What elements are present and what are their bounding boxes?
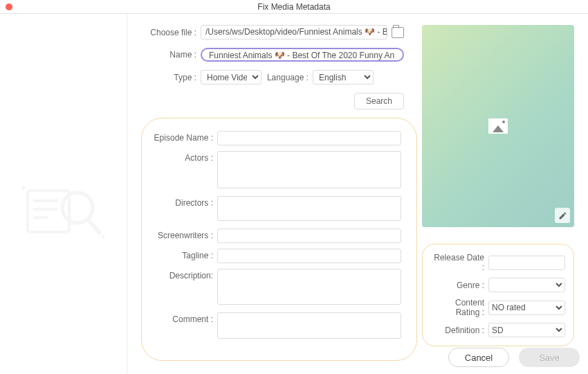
tagline-input[interactable]	[217, 249, 401, 263]
meta-panel: Release Date : Genre : Content Rating :N…	[422, 244, 574, 346]
genre-label: Genre :	[431, 280, 488, 290]
image-placeholder-icon	[488, 118, 508, 134]
window-title: Fix Media Metadata	[0, 2, 588, 12]
definition-select[interactable]: SD	[488, 323, 565, 337]
language-select[interactable]: English	[313, 70, 374, 84]
svg-text:✦: ✦	[100, 232, 107, 242]
definition-label: Definition :	[431, 326, 488, 335]
edit-poster-button[interactable]	[555, 208, 570, 223]
details-panel: Episode Name : Actors : Directors : Scre…	[141, 118, 417, 361]
poster-preview	[422, 25, 574, 227]
language-label: Language :	[261, 73, 313, 82]
choose-file-label: Choose file :	[141, 28, 201, 37]
name-input[interactable]: Funniest Animals 🐶 - Best Of The 2020 Fu…	[201, 48, 404, 62]
folder-icon[interactable]	[392, 27, 404, 38]
svg-line-5	[88, 220, 100, 233]
tagline-label: Tagline :	[151, 249, 217, 260]
episode-name-input[interactable]	[217, 131, 401, 145]
release-date-label: Release Date :	[431, 253, 488, 272]
directors-label: Directors :	[151, 196, 217, 208]
close-window-button[interactable]	[6, 3, 12, 10]
edit-icon	[558, 211, 567, 220]
footer: Cancel Save	[448, 348, 580, 367]
description-label: Description:	[151, 269, 217, 280]
svg-text:✦: ✦	[19, 182, 28, 193]
content-rating-select[interactable]: NO rated	[488, 301, 565, 315]
name-row: Name : Funniest Animals 🐶 - Best Of The …	[141, 48, 404, 62]
type-language-row: Type : Home Vide… Language : English	[141, 70, 404, 84]
actors-label: Actors :	[151, 151, 217, 163]
type-label: Type :	[141, 73, 201, 82]
main-panel: Choose file : /Users/ws/Desktop/video/Fu…	[127, 14, 588, 374]
content: ✦ ✦ Choose file : /Users/ws/Desktop/vide…	[0, 14, 588, 374]
comment-label: Comment :	[151, 312, 217, 324]
release-date-input[interactable]	[488, 256, 565, 270]
right-column: Release Date : Genre : Content Rating :N…	[422, 25, 574, 346]
description-input[interactable]	[217, 269, 401, 305]
choose-file-row: Choose file : /Users/ws/Desktop/video/Fu…	[141, 25, 404, 39]
comment-input[interactable]	[217, 312, 401, 339]
screenwriters-label: Screenwriters :	[151, 229, 217, 240]
save-button: Save	[519, 348, 580, 367]
type-select[interactable]: Home Vide…	[201, 70, 261, 84]
titlebar: Fix Media Metadata	[0, 0, 588, 14]
sidebar-illustration: ✦ ✦	[14, 173, 111, 249]
cancel-button[interactable]: Cancel	[448, 348, 509, 367]
actors-input[interactable]	[217, 151, 401, 188]
directors-input[interactable]	[217, 196, 401, 221]
sidebar: ✦ ✦	[0, 14, 127, 374]
search-button[interactable]: Search	[354, 93, 404, 109]
file-path-display: /Users/ws/Desktop/video/Funniest Animals…	[201, 25, 387, 39]
name-label: Name :	[141, 50, 201, 60]
episode-name-label: Episode Name :	[151, 131, 217, 143]
screenwriters-input[interactable]	[217, 229, 401, 243]
content-rating-label: Content Rating :	[431, 298, 488, 317]
genre-select[interactable]	[488, 278, 565, 292]
